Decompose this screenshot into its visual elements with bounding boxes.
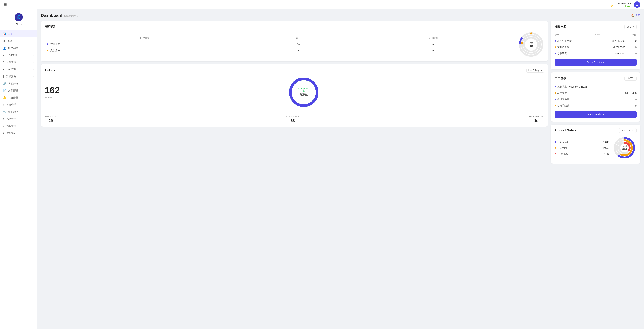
chevron-down-icon: ▾ (634, 77, 634, 80)
crypto-row: 今日交易量 0 (554, 96, 636, 102)
futures-view-details-button[interactable]: View Details » (554, 59, 636, 66)
page-header: Dashboard Description... 🏠 主页 (41, 13, 640, 18)
user-type-label: 实名用户 (50, 49, 60, 52)
moon-icon[interactable]: 🌙 (610, 2, 614, 7)
product-row-rejected: Rejected 4758 (554, 151, 609, 156)
sidebar-item-label: 用户管理 (8, 46, 32, 50)
stat-value: 63 (286, 118, 299, 123)
sidebar-item-wallet-mgmt[interactable]: ○ 钱包管理 ‹ (0, 122, 37, 130)
sidebar-item-label: 文章管理 (8, 89, 32, 92)
sidebar-item-label: 风控管理 (6, 117, 32, 120)
sidebar-item-label: 币币交易 (6, 68, 32, 71)
agent-icon: 🗂 (3, 54, 6, 57)
sidebar-item-home[interactable]: 📊 主页 (0, 30, 37, 38)
chevron-right-icon: ‹ (33, 111, 34, 113)
stat-open-tickets: Open Tickets 63 (286, 115, 299, 123)
total-cell: 32411.0000 (595, 38, 625, 44)
chevron-down-icon: ▾ (634, 129, 634, 132)
user-today-cell: 0 (352, 41, 514, 47)
sidebar-item-futures-trade[interactable]: ₿ 期权交易 ‹ (0, 73, 37, 80)
left: 今日手续费 (554, 104, 569, 107)
col-type: 类型 (554, 32, 595, 38)
sidebar-item-perpetual[interactable]: 🔗 永续合约 ‹ (0, 80, 37, 87)
crypto-icon: B (3, 68, 5, 71)
product-stats: Finished 23043 Pending 14658 (554, 139, 609, 156)
sidebar-item-config-mgmt[interactable]: 🔧 配置管理 ‹ (0, 108, 37, 116)
power-button[interactable]: ⏻ (634, 2, 640, 8)
futures-card: 期权交易 USDT ▾ 类型 总计 今日 (551, 21, 640, 69)
crypto-row-value: 4020344.145105 (569, 85, 587, 88)
col-today: 今日 (625, 32, 636, 38)
sidebar-item-finance-mgmt[interactable]: $ 财务管理 ‹ (0, 59, 37, 66)
col-today: 今日新增 (352, 36, 514, 41)
today-cell: 0 (625, 38, 636, 44)
chevron-right-icon: ‹ (33, 104, 34, 106)
sidebar-item-label: 质押挖矿 (6, 132, 32, 135)
crypto-rows: 总交易量 4020344.145105 总手续费 269.87406 (554, 84, 636, 109)
sidebar-item-homepage-mgmt[interactable]: ≡ 首页管理 ‹ (0, 101, 37, 108)
dot-blue (554, 40, 556, 42)
sidebar-item-label: 代理管理 (8, 54, 32, 57)
stat-value: 29 (45, 118, 57, 123)
sidebar-item-article-mgmt[interactable]: 📄 文章管理 ‹ (0, 87, 37, 94)
sidebar-item-label: 财务管理 (6, 60, 32, 64)
user-total-cell: 1 (245, 47, 352, 54)
sidebar-item-label: 主页 (8, 32, 34, 36)
crypto-currency-select[interactable]: USDT ▾ (624, 76, 636, 80)
chevron-right-icon: ‹ (33, 47, 34, 49)
dot-blue (554, 86, 556, 88)
table-row: 实名用户 1 0 (45, 47, 514, 54)
logo-icon: 🌐 (14, 13, 23, 21)
sidebar-item-subscribe-mgmt[interactable]: 🔔 申购管理 ‹ (0, 94, 37, 101)
homepage-icon: ≡ (3, 103, 4, 106)
user-name: Administrator (616, 2, 631, 5)
stat-value: 1d (529, 118, 544, 123)
hamburger-icon[interactable]: ☰ (4, 2, 7, 7)
product-orders-filter[interactable]: Last 7 Days ▾ (619, 128, 636, 133)
product-row-finished: Finished 23043 (554, 139, 609, 145)
filter-label: Last 7 Days (621, 129, 633, 132)
breadcrumb-label: 主页 (636, 14, 640, 17)
donut-value: 10 (528, 44, 534, 48)
sidebar-item-system[interactable]: ⚙ 系统 ‹ (0, 38, 37, 44)
perpetual-icon: 🔗 (3, 82, 6, 85)
today-cell: 0 (625, 44, 636, 50)
breadcrumb[interactable]: 🏠 主页 (631, 14, 640, 17)
sidebar-item-label: 首页管理 (6, 103, 32, 106)
chevron-right-icon: ‹ (33, 96, 34, 99)
product-row-label-text: Rejected (559, 152, 568, 155)
dot-blue (47, 44, 48, 45)
dashboard-grid: 用户统计 用户类型 累计 今日新增 (41, 21, 640, 164)
user-info: Administrator Online (616, 2, 631, 7)
sidebar-logo: 🌐 NFC (0, 9, 37, 29)
risk-icon: ≡ (3, 118, 4, 120)
col-total: 累计 (245, 36, 352, 41)
sidebar-item-agent-mgmt[interactable]: 🗂 代理管理 ‹ (0, 52, 37, 59)
total-cell: 648.2200 (595, 50, 625, 57)
user-icon: 👤 (3, 46, 6, 50)
product-content: Finished 23043 Pending 14658 (554, 136, 636, 160)
futures-currency-select[interactable]: USDT ▾ (624, 24, 636, 29)
user-donut-chart: Total 10 (518, 32, 544, 58)
crypto-title: 币币交易 (554, 76, 566, 80)
sidebar-item-risk-mgmt[interactable]: ≡ 风控管理 ‹ (0, 116, 37, 122)
donut-percent: 83% (295, 92, 312, 97)
user-today-cell: 0 (352, 47, 514, 54)
dot-blue (554, 98, 556, 100)
tickets-filter[interactable]: Last 7 Days ▾ (526, 68, 544, 72)
sidebar-item-label: 永续合约 (8, 82, 32, 85)
chevron-down-icon: ▾ (634, 26, 634, 28)
tickets-number: 162 (45, 86, 60, 96)
col-total: 总计 (595, 32, 625, 38)
crypto-view-details-button[interactable]: View Details » (554, 111, 636, 118)
sidebar-item-label: 期权交易 (6, 75, 32, 78)
sidebar-item-mining[interactable]: ¥ 质押挖矿 ‹ (0, 130, 37, 137)
chevron-right-icon: ‹ (33, 132, 34, 134)
sidebar-item-crypto-trade[interactable]: B 币币交易 ‹ (0, 66, 37, 73)
home-icon: 📊 (3, 32, 6, 36)
chevron-right-icon: ‹ (33, 125, 34, 127)
chevron-down-icon: ▾ (541, 69, 542, 72)
col-type: 用户类型 (45, 36, 245, 41)
sidebar-item-user-mgmt[interactable]: 👤 用户管理 ‹ (0, 44, 37, 52)
table-row: 用户总下单量 32411.0000 0 (554, 38, 636, 44)
